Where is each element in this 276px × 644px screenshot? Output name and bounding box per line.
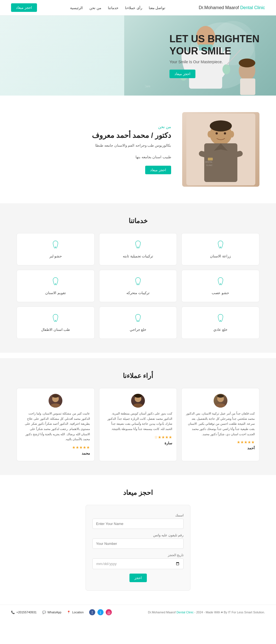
phone-number: +20155740931 xyxy=(16,611,37,614)
service-icon-4 xyxy=(104,277,173,287)
svg-point-19 xyxy=(216,132,218,134)
booking-submit-button[interactable]: احجز xyxy=(129,574,147,582)
svg-point-17 xyxy=(208,131,212,138)
service-card-0[interactable]: زراعة الاسنان xyxy=(181,233,259,265)
hero-section: LET US BRIGHTEN YOUR SMILE Your Smile Is… xyxy=(0,15,276,96)
phone-field-group: رقم تليفون عليه واتس xyxy=(92,533,184,549)
service-name-6: خلع عادي xyxy=(213,328,227,332)
testimonial-name-2: محمد xyxy=(21,451,90,455)
logo-highlight-text: Dental Clinic xyxy=(239,5,265,10)
booking-form: اسمك رقم تليفون عليه واتس تاريخ الحجز اح… xyxy=(86,505,190,591)
service-card-6[interactable]: خلع عادي xyxy=(181,307,259,339)
testimonials-title: أراء عملاءنا xyxy=(17,372,259,380)
booking-title: احجز ميعاد xyxy=(17,489,259,497)
name-label: اسمك xyxy=(92,513,184,517)
navbar-cta-button[interactable]: احجز ميعاد xyxy=(11,3,37,12)
navbar: Dr.Mohamed Maarof Dental Clinic الرئيسية… xyxy=(0,0,276,15)
service-icon-1 xyxy=(104,240,173,251)
footer-location[interactable]: 📍 Location xyxy=(67,611,84,614)
about-image: DENTAL CLINIC xyxy=(182,112,259,187)
service-card-3[interactable]: حشو عصب xyxy=(181,270,259,302)
testimonial-avatar-1 xyxy=(131,394,145,408)
service-name-2: حشو لبر xyxy=(49,254,62,258)
testimonial-text-1: كنت بدور على دكتور أسنان كويس بمنطقة الم… xyxy=(104,411,173,432)
footer-left: Dr.Mohamed Maarof Dental Clinic - 2024 -… xyxy=(148,611,265,614)
nav-testimonials[interactable]: رأى عملاءنا xyxy=(125,6,142,10)
footer-right: 📞 +20155740931 💬 WhatsApp 📍 Location f t… xyxy=(11,609,112,615)
svg-point-20 xyxy=(224,132,226,134)
twitter-link[interactable]: t xyxy=(97,609,104,615)
location-icon: 📍 xyxy=(67,611,71,614)
about-section: DENTAL CLINIC من نحن دكتور / محمد أحمد م… xyxy=(0,96,276,203)
svg-text:Dental Care: Dental Care xyxy=(145,85,150,88)
footer-brand-link[interactable]: Dental Clinic xyxy=(176,611,193,614)
logo-main-text: Dr.Mohamed Maarof xyxy=(199,5,239,10)
phone-input[interactable] xyxy=(92,539,184,549)
svg-rect-24 xyxy=(208,158,213,160)
service-icon-5 xyxy=(21,277,90,287)
nav-home[interactable]: الرئيسية xyxy=(70,6,83,10)
footer-social: f t ◎ xyxy=(89,609,112,615)
testimonial-name-1: سارة xyxy=(104,441,173,445)
hero-cta-button[interactable]: احجز ميعاد xyxy=(169,70,195,78)
service-name-8: طب اسنان الاطفال xyxy=(41,328,70,332)
testimonial-text-2: عانيت كتير من مشكلة تسوس الاسنان، ولما ر… xyxy=(21,411,90,442)
booking-section: احجز ميعاد اسمك رقم تليفون عليه واتس تار… xyxy=(0,475,276,605)
svg-point-32 xyxy=(52,394,59,398)
svg-point-18 xyxy=(230,131,234,138)
about-text: من نحن دكتور / محمد أحمد معروف بكالوريوس… xyxy=(17,125,171,174)
date-field-group: تاريخ الحجز xyxy=(92,553,184,569)
facebook-link[interactable]: f xyxy=(89,609,95,615)
service-card-1[interactable]: تركيبات تجميلية ثابته xyxy=(99,233,177,265)
testimonials-grid: كنت قلقان جداً من أمر عمل تركيبة الاسنان… xyxy=(17,388,259,461)
testimonial-card-0: كنت قلقان جداً من أمر عمل تركيبة الاسنان… xyxy=(181,388,259,461)
testimonial-text-0: كنت قلقان جداً من أمر عمل تركيبة الاسنان… xyxy=(186,411,255,437)
service-name-3: حشو عصب xyxy=(212,291,229,295)
instagram-link[interactable]: ◎ xyxy=(106,609,112,615)
testimonial-card-2: عانيت كتير من مشكلة تسوس الاسنان، ولما ر… xyxy=(17,388,95,461)
service-name-4: تركيبات متحركه xyxy=(126,291,150,295)
service-icon-3 xyxy=(186,277,255,287)
service-card-4[interactable]: تركيبات متحركه xyxy=(99,270,177,302)
date-label: تاريخ الحجز xyxy=(92,553,184,557)
service-name-1: تركيبات تجميلية ثابته xyxy=(123,254,153,258)
name-field-group: اسمك xyxy=(92,513,184,529)
service-card-5[interactable]: تقويم الاسنان xyxy=(17,270,95,302)
navbar-links: الرئيسية من نحن خدماتنا رأى عملاءنا تواص… xyxy=(70,5,165,10)
footer: Dr.Mohamed Maarof Dental Clinic - 2024 -… xyxy=(0,605,276,620)
services-title: خدماتنا xyxy=(17,217,259,225)
service-card-7[interactable]: خلع جراحي xyxy=(99,307,177,339)
svg-text:DENTAL: DENTAL xyxy=(205,161,213,163)
whatsapp-icon: 💬 xyxy=(42,611,46,614)
service-card-8[interactable]: طب اسنان الاطفال xyxy=(17,307,95,339)
service-icon-6 xyxy=(186,313,255,324)
testimonial-name-0: أحمد xyxy=(186,446,255,450)
about-title: دكتور / محمد أحمد معروف xyxy=(17,131,171,140)
hero-title: LET US BRIGHTEN YOUR SMILE xyxy=(169,33,259,57)
service-name-5: تقويم الاسنان xyxy=(45,291,66,295)
about-desc-line2: طبيب اسنان بجامعه بنها xyxy=(17,154,171,160)
testimonial-avatar-0 xyxy=(214,394,227,408)
about-desc-line1: بكالوريوس طب وجراحه الفم والاسنان جامعه … xyxy=(17,142,171,149)
doctor-image: DENTAL CLINIC xyxy=(186,114,255,185)
services-grid: زراعة الاسنان تركيبات تجميلية ثابته حشو … xyxy=(17,233,259,339)
svg-text:CLINIC: CLINIC xyxy=(206,164,213,166)
nav-services[interactable]: خدماتنا xyxy=(108,6,118,10)
service-name-0: زراعة الاسنان xyxy=(210,254,231,258)
footer-whatsapp[interactable]: 💬 WhatsApp xyxy=(42,611,62,614)
footer-phone: 📞 +20155740931 xyxy=(11,611,37,614)
nav-contact[interactable]: تواصل معنا xyxy=(149,6,166,10)
navbar-logo: Dr.Mohamed Maarof Dental Clinic xyxy=(199,5,265,10)
footer-brand: Dr.Mohamed Maarof Dental Clinic - 2024 -… xyxy=(148,611,265,614)
about-cta-button[interactable]: احجز ميعاد xyxy=(145,166,171,174)
nav-about[interactable]: من نحن xyxy=(89,6,101,10)
hero-subtitle: Your Smile Is Our Masterpiece. xyxy=(169,60,259,64)
svg-point-16 xyxy=(210,120,232,131)
service-icon-0 xyxy=(186,240,255,251)
date-input[interactable] xyxy=(92,558,184,569)
service-card-2[interactable]: حشو لبر xyxy=(17,233,95,265)
service-icon-2 xyxy=(21,240,90,251)
testimonials-section: أراء عملاءنا كنت قلقان جداً من أمر عمل ت… xyxy=(0,358,276,475)
name-input[interactable] xyxy=(92,519,184,529)
testimonial-card-1: كنت بدور على دكتور أسنان كويس بمنطقة الم… xyxy=(99,388,177,461)
